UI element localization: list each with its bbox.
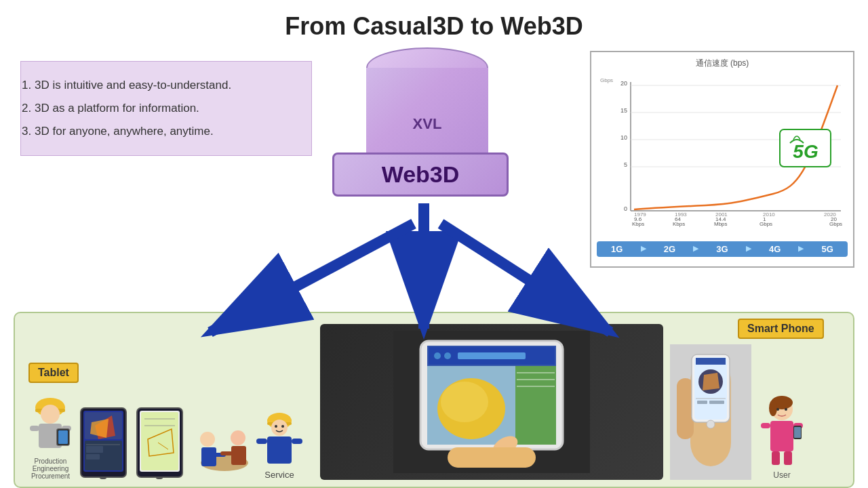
- svg-rect-71: [267, 436, 292, 464]
- smartphone-label: Smart Phone: [738, 319, 824, 339]
- gen-1g: 1G: [611, 244, 623, 254]
- svg-point-103: [707, 420, 715, 428]
- gen-4g: 4G: [769, 244, 781, 254]
- svg-text:20: 20: [620, 80, 627, 87]
- svg-rect-72: [256, 439, 267, 444]
- service-area: Service: [245, 406, 313, 480]
- svg-rect-115: [784, 451, 792, 465]
- production-caption: Production EngineeringProcurement: [28, 458, 73, 480]
- center-photo-svg: [393, 331, 590, 473]
- svg-point-69: [275, 425, 277, 428]
- svg-text:10: 10: [620, 134, 627, 141]
- svg-point-58: [156, 476, 163, 479]
- bullet-3: 3D for anyone, anywhere, anytime.: [35, 120, 298, 143]
- svg-rect-114: [772, 451, 780, 465]
- phone-content: User: [670, 344, 840, 480]
- svg-point-84: [441, 382, 488, 422]
- svg-point-68: [271, 420, 288, 436]
- meeting-svg: [197, 412, 252, 480]
- svg-marker-98: [703, 373, 719, 390]
- svg-text:15: 15: [620, 107, 627, 114]
- svg-rect-40: [58, 430, 68, 444]
- svg-point-80: [444, 352, 451, 359]
- tablet-svg-2: [134, 405, 185, 480]
- svg-text:1979: 1979: [634, 211, 646, 218]
- svg-point-63: [231, 430, 245, 445]
- svg-rect-90: [448, 447, 536, 468]
- gen-3g: 3G: [716, 244, 728, 254]
- web3d-badge: Web3D: [332, 152, 509, 197]
- svg-rect-37: [30, 426, 39, 431]
- worker-svg: [28, 388, 73, 456]
- svg-point-108: [785, 408, 787, 411]
- user-figure: User: [758, 396, 806, 480]
- phone-photo-svg: [670, 344, 751, 480]
- svg-text:0: 0: [624, 205, 627, 212]
- svg-rect-61: [201, 447, 216, 466]
- gen-5g: 5G: [822, 244, 833, 254]
- svg-point-106: [769, 400, 777, 416]
- chart-title: 通信速度 (bps): [597, 58, 848, 69]
- tablet-label: Tablet: [28, 363, 79, 383]
- xvl-cylinder: XVL: [359, 47, 495, 156]
- svg-text:5G: 5G: [793, 141, 818, 162]
- svg-text:Gbps: Gbps: [600, 77, 613, 83]
- svg-point-35: [41, 405, 60, 424]
- tablet-device-1: [78, 405, 129, 480]
- main-title: From Casual3D to Web3D: [0, 0, 868, 47]
- chart-panel: 通信速度 (bps) 20 15 10 5 0 Gbps 9.6 Kbps 64…: [590, 51, 854, 268]
- svg-point-70: [281, 425, 284, 428]
- tablet-area: Tablet: [28, 363, 239, 480]
- svg-rect-73: [292, 439, 302, 444]
- svg-rect-99: [696, 358, 726, 365]
- bottom-section: Tablet: [14, 312, 854, 488]
- center-photo: [320, 324, 663, 480]
- gen-2g: 2G: [664, 244, 675, 254]
- svg-rect-48: [86, 446, 103, 453]
- svg-rect-81: [458, 352, 526, 359]
- tablet-images: Production EngineeringProcurement: [28, 388, 252, 480]
- svg-text:Gbps: Gbps: [829, 221, 842, 227]
- user-caption: User: [773, 470, 790, 480]
- content-area: 3D is intuitive and easy-to-understand. …: [0, 47, 868, 488]
- svg-text:Kbps: Kbps: [673, 221, 685, 227]
- user-svg: [758, 396, 806, 470]
- svg-text:5: 5: [624, 161, 627, 168]
- svg-text:Kbps: Kbps: [632, 221, 644, 227]
- svg-point-60: [200, 432, 215, 447]
- svg-rect-113: [794, 427, 801, 438]
- service-label: Service: [264, 470, 294, 480]
- svg-rect-109: [770, 421, 793, 451]
- svg-rect-110: [761, 423, 770, 428]
- cylinder-body: XVL: [366, 68, 488, 163]
- worker-figure: Production EngineeringProcurement: [28, 388, 73, 480]
- bullet-box: 3D is intuitive and easy-to-understand. …: [20, 61, 312, 156]
- bullet-2: 3D as a platform for information.: [35, 97, 298, 120]
- svg-text:Mbps: Mbps: [714, 221, 728, 227]
- generation-bar: 1G ▶ 2G ▶ 3G ▶ 4G ▶ 5G: [597, 241, 848, 257]
- svg-text:2010: 2010: [763, 211, 775, 218]
- svg-rect-102: [709, 401, 724, 404]
- meeting-figure: [197, 412, 252, 480]
- tablet-svg-1: [78, 405, 129, 480]
- service-person-svg: [252, 406, 307, 467]
- svg-rect-64: [231, 446, 246, 465]
- svg-rect-49: [86, 454, 100, 460]
- svg-point-50: [100, 476, 106, 479]
- svg-text:1993: 1993: [675, 211, 687, 218]
- svg-point-79: [434, 352, 441, 359]
- tablet-device-2: [134, 405, 185, 480]
- chart-svg: 20 15 10 5 0 Gbps 9.6 Kbps 64 Kbps 14.4 …: [597, 72, 848, 235]
- phone-area: Smart Phone: [670, 319, 840, 480]
- svg-point-107: [776, 408, 779, 411]
- svg-rect-101: [697, 401, 707, 404]
- bullet-1: 3D is intuitive and easy-to-understand.: [35, 74, 298, 97]
- svg-text:Gbps: Gbps: [760, 221, 772, 227]
- svg-rect-65: [220, 451, 233, 455]
- svg-text:2001: 2001: [715, 211, 728, 218]
- cylinder-label: XVL: [366, 115, 488, 133]
- svg-rect-85: [515, 366, 556, 445]
- svg-text:2020: 2020: [824, 211, 836, 218]
